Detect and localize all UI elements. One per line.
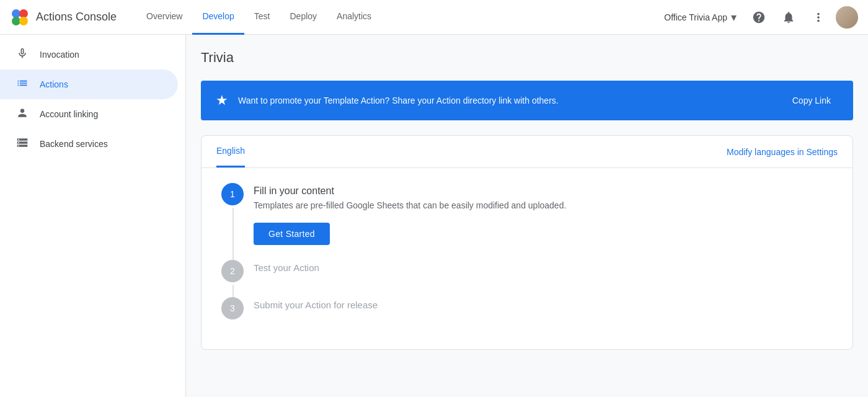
list-icon <box>15 77 30 92</box>
app-title: Actions Console <box>36 11 117 24</box>
tab-develop[interactable]: Develop <box>192 0 244 35</box>
step-connector-2 <box>232 285 234 297</box>
star-icon: ★ <box>216 92 228 109</box>
step-1-content: Fill in your content Templates are pre-f… <box>254 183 833 245</box>
svg-point-2 <box>12 17 20 25</box>
google-logo-icon <box>10 7 30 27</box>
sidebar-label-actions: Actions <box>40 79 68 89</box>
steps-body: 1 Fill in your content Templates are pre… <box>202 168 852 349</box>
card-tabs: English Modify languages in Settings <box>202 136 852 168</box>
step-connector-1 <box>232 208 234 260</box>
sidebar-label-account-linking: Account linking <box>40 109 98 119</box>
top-nav: Actions Console Overview Develop Test De… <box>0 0 868 35</box>
avatar-image <box>836 6 858 29</box>
tab-test[interactable]: Test <box>244 0 280 35</box>
step-3: 3 Submit your Action for release <box>221 297 833 319</box>
tab-overview[interactable]: Overview <box>136 0 192 35</box>
step-2: 2 Test your Action <box>221 260 833 282</box>
svg-point-0 <box>12 9 20 18</box>
sidebar-label-backend-services: Backend services <box>40 139 108 149</box>
step-number-3: 3 <box>221 297 244 319</box>
main-layout: Invocation Actions Account linking <box>0 35 868 397</box>
help-button[interactable] <box>746 5 771 30</box>
more-button[interactable] <box>806 5 831 30</box>
nav-right: Office Trivia App ▾ <box>659 5 858 30</box>
steps-card: English Modify languages in Settings 1 F… <box>201 135 853 350</box>
step-2-title: Test your Action <box>254 262 833 273</box>
bell-icon <box>782 11 795 24</box>
step-1-description: Templates are pre-filled Google Sheets t… <box>254 200 833 210</box>
step-1: 1 Fill in your content Templates are pre… <box>221 183 833 245</box>
nav-tabs: Overview Develop Test Deploy Analytics <box>136 0 659 35</box>
promo-banner: ★ Want to promote your Template Action? … <box>201 81 853 120</box>
step-3-title: Submit your Action for release <box>254 300 833 310</box>
tab-deploy[interactable]: Deploy <box>280 0 327 35</box>
tab-analytics[interactable]: Analytics <box>327 0 381 35</box>
chevron-down-icon: ▾ <box>731 11 737 24</box>
more-vert-icon <box>812 11 825 24</box>
sidebar-item-account-linking[interactable]: Account linking <box>0 99 178 129</box>
copy-link-button[interactable]: Copy Link <box>785 91 838 110</box>
notifications-button[interactable] <box>776 5 801 30</box>
main-content: Trivia ★ Want to promote your Template A… <box>186 35 868 397</box>
tab-english[interactable]: English <box>216 136 245 167</box>
storage-icon <box>15 136 30 152</box>
svg-point-1 <box>19 9 28 18</box>
banner-text: Want to promote your Template Action? Sh… <box>238 96 775 105</box>
step-number-2: 2 <box>221 260 244 282</box>
avatar[interactable] <box>836 6 858 29</box>
logo-area: Actions Console <box>10 7 117 27</box>
sidebar: Invocation Actions Account linking <box>0 35 186 397</box>
app-selector[interactable]: Office Trivia App ▾ <box>659 7 742 28</box>
modify-languages-link[interactable]: Modify languages in Settings <box>727 147 838 157</box>
step-1-title: Fill in your content <box>254 185 833 197</box>
page-title: Trivia <box>201 50 853 66</box>
sidebar-label-invocation: Invocation <box>40 50 79 60</box>
sidebar-item-actions[interactable]: Actions <box>0 69 178 99</box>
person-icon <box>15 107 30 122</box>
app-name: Office Trivia App <box>664 12 727 22</box>
sidebar-item-invocation[interactable]: Invocation <box>0 40 178 69</box>
step-2-content: Test your Action <box>254 260 833 277</box>
help-icon <box>752 11 766 24</box>
step-number-1: 1 <box>221 183 244 205</box>
step-3-content: Submit your Action for release <box>254 297 833 314</box>
mic-icon <box>15 47 30 63</box>
sidebar-item-backend-services[interactable]: Backend services <box>0 129 178 159</box>
get-started-button[interactable]: Get Started <box>254 223 330 245</box>
svg-point-3 <box>19 17 28 25</box>
